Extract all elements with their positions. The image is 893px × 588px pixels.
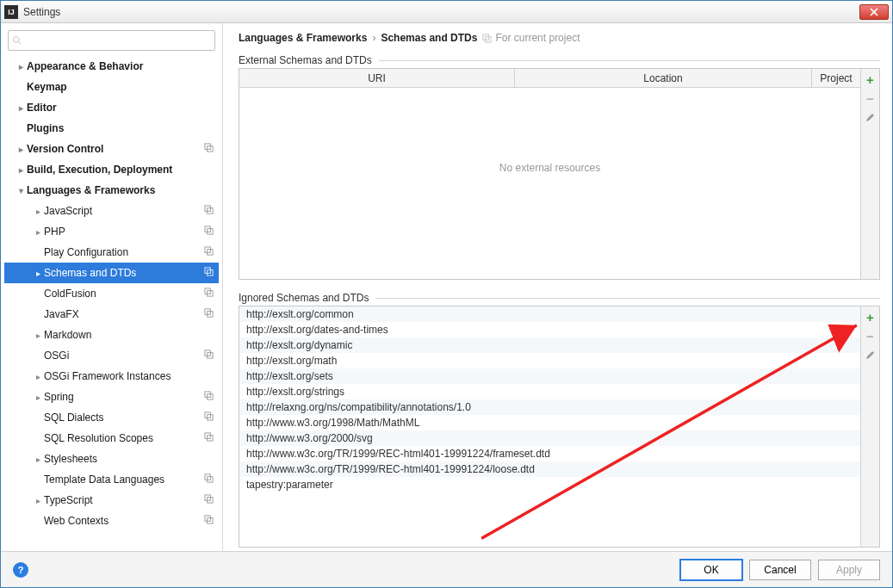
external-empty-message: No external resources [239,88,860,174]
col-project[interactable]: Project [812,69,860,87]
external-table[interactable]: URI Location Project No external resourc… [239,69,860,279]
tree-item[interactable]: SQL Dialects [4,407,219,428]
tree-item-label: OSGi [44,350,69,362]
list-item[interactable]: http://exslt.org/strings [239,384,860,399]
list-item[interactable]: http://exslt.org/dynamic [239,337,860,353]
project-scope-icon [204,288,214,300]
tree-item-label: Stylesheets [44,453,97,465]
breadcrumb: Languages & Frameworks › Schemas and DTD… [239,32,880,44]
tree-item-label: Version Control [27,143,103,155]
chevron-right-icon: ▸ [15,103,27,113]
chevron-right-icon: ▸ [32,455,44,464]
project-scope-icon [204,267,214,279]
tree-item[interactable]: ColdFusion [4,283,219,304]
tree-item[interactable]: ▸JavaScript [4,201,219,221]
project-scope-icon [204,226,214,238]
apply-button[interactable]: Apply [818,560,880,580]
list-item[interactable]: http://exslt.org/common [239,306,860,322]
chevron-right-icon: ▸ [15,145,27,154]
tree-item[interactable]: Play Configuration [4,242,219,263]
chevron-right-icon: ▸ [32,207,44,216]
tree-item[interactable]: ▾Languages & Frameworks [4,180,219,201]
chevron-down-icon: ▾ [15,186,27,195]
list-item[interactable]: http://relaxng.org/ns/compatibility/anno… [239,399,860,415]
breadcrumb-current: Schemas and DTDs [381,32,477,44]
external-tools: + − [860,69,879,279]
project-scope-icon [204,308,214,320]
project-scope-icon [204,205,214,217]
breadcrumb-parent[interactable]: Languages & Frameworks [239,32,367,44]
tree-item-label: Schemas and DTDs [44,267,136,279]
tree-item-label: Editor [27,102,57,114]
tree-item-label: Spring [44,391,74,403]
tree-item-label: Web Contexts [44,515,109,527]
tree-item[interactable]: ▸Schemas and DTDs [4,263,219,283]
edit-ignored-button[interactable] [864,348,877,362]
tree-item[interactable]: SQL Resolution Scopes [4,428,219,449]
ignored-section-label: Ignored Schemas and DTDs [239,292,880,304]
search-box[interactable] [8,30,215,51]
tree-item-label: PHP [44,226,65,238]
project-scope-icon [204,143,214,155]
chevron-right-icon: › [372,32,375,44]
cancel-button[interactable]: Cancel [749,560,811,580]
col-location[interactable]: Location [515,69,812,87]
external-table-header: URI Location Project [239,69,860,88]
ok-button[interactable]: OK [680,560,742,580]
remove-external-button[interactable]: − [864,91,877,105]
tree-item-label: Languages & Frameworks [27,184,155,196]
help-button[interactable]: ? [13,562,28,578]
tree-item[interactable]: Keymap [4,77,219,97]
tree-item[interactable]: ▸Spring [4,387,219,407]
close-button[interactable] [859,4,889,20]
tree-item-label: SQL Dialects [44,412,104,424]
chevron-right-icon: ▸ [32,269,44,278]
tree-item[interactable]: ▸OSGi Framework Instances [4,366,219,387]
scope-tag: For current project [482,32,580,44]
tree-item[interactable]: Template Data Languages [4,469,219,490]
tree-item[interactable]: ▸Build, Execution, Deployment [4,159,219,180]
chevron-right-icon: ▸ [32,372,44,381]
project-scope-icon [204,412,214,424]
footer: ? OK Cancel Apply [1,551,892,587]
search-input[interactable] [26,34,211,46]
ignored-list[interactable]: http://exslt.org/commonhttp://exslt.org/… [239,306,860,547]
settings-tree[interactable]: ▸Appearance & BehaviorKeymap▸EditorPlugi… [4,56,219,551]
list-item[interactable]: http://www.w3c.org/TR/1999/REC-html401-1… [239,461,860,477]
tree-item[interactable]: ▸Version Control [4,139,219,159]
project-scope-icon [204,494,214,506]
tree-item[interactable]: JavaFX [4,304,219,325]
tree-item-label: Appearance & Behavior [27,60,143,72]
add-ignored-button[interactable]: + [864,310,877,324]
tree-item[interactable]: ▸PHP [4,221,219,242]
ignored-panel: http://exslt.org/commonhttp://exslt.org/… [239,306,880,548]
col-uri[interactable]: URI [239,69,515,87]
project-scope-icon [204,350,214,362]
edit-external-button[interactable] [864,110,877,124]
tree-item[interactable]: Plugins [4,118,219,139]
list-item[interactable]: tapestry:parameter [239,477,860,492]
tree-item[interactable]: ▸Stylesheets [4,449,219,469]
tree-item[interactable]: ▸TypeScript [4,490,219,511]
tree-item-label: Keymap [27,81,67,93]
tree-item[interactable]: ▸Appearance & Behavior [4,56,219,77]
list-item[interactable]: http://exslt.org/dates-and-times [239,322,860,337]
project-scope-icon [204,391,214,403]
remove-ignored-button[interactable]: − [864,329,877,343]
tree-item[interactable]: Web Contexts [4,511,219,531]
tree-item[interactable]: ▸Editor [4,97,219,118]
chevron-right-icon: ▸ [32,227,44,237]
chevron-right-icon: ▸ [32,393,44,402]
list-item[interactable]: http://exslt.org/math [239,353,860,368]
tree-item[interactable]: OSGi [4,345,219,366]
ignored-tools: + − [860,306,879,547]
tree-item[interactable]: ▸Markdown [4,325,219,345]
list-item[interactable]: http://www.w3.org/2000/svg [239,430,860,446]
list-item[interactable]: http://www.w3.org/1998/Math/MathML [239,415,860,430]
list-item[interactable]: http://exslt.org/sets [239,368,860,384]
chevron-right-icon: ▸ [15,62,27,71]
chevron-right-icon: ▸ [32,331,44,340]
external-section-label: External Schemas and DTDs [239,54,880,66]
add-external-button[interactable]: + [864,72,877,86]
list-item[interactable]: http://www.w3c.org/TR/1999/REC-html401-1… [239,446,860,461]
